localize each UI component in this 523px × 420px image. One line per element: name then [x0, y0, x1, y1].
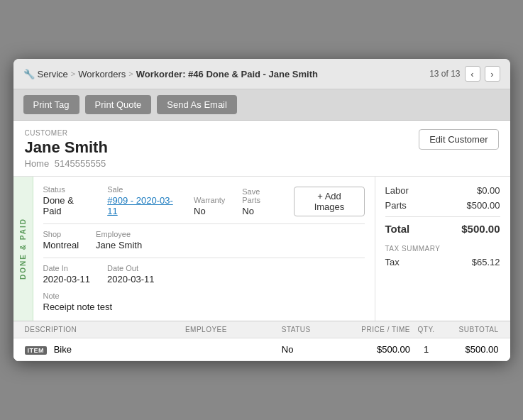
status-value: Done & Paid [43, 195, 91, 216]
labor-label: Labor [385, 185, 409, 196]
status-col: Status Done & Paid [43, 185, 91, 216]
breadcrumb: 🔧 Service > Workorders > Workorder: #46 … [23, 69, 318, 79]
parts-label: Parts [385, 200, 407, 211]
shop-col: Shop Montreal [43, 230, 79, 250]
sale-value[interactable]: #909 - 2020-03-11 [107, 195, 177, 216]
row-qty: 1 [410, 344, 442, 355]
edit-customer-button[interactable]: Edit Customer [419, 129, 498, 150]
nav-controls: 13 of 13 ‹ › [429, 66, 500, 82]
phone-number: 5145555555 [55, 158, 106, 169]
wrench-icon: 🔧 [23, 69, 35, 79]
note-label: Note [43, 292, 365, 300]
save-parts-col: Save Parts No [242, 187, 277, 216]
table-row: ITEM Bike No $500.00 1 $500.00 [13, 338, 510, 361]
breadcrumb-current: Workorder: #46 Done & Paid - Jane Smith [136, 69, 318, 79]
row-description: ITEM Bike [25, 344, 185, 355]
toolbar: Print Tag Print Quote Send As Email [13, 89, 510, 121]
warranty-label: Warranty [194, 196, 225, 204]
date-out-label: Date Out [107, 264, 155, 272]
print-quote-button[interactable]: Print Quote [85, 95, 152, 114]
send-as-email-button[interactable]: Send As Email [157, 95, 237, 114]
col-header-description: DESCRIPTION [25, 326, 185, 333]
workorder-row-1: Status Done & Paid Sale #909 - 2020-03-1… [43, 185, 365, 216]
breadcrumb-sep1: > [71, 70, 75, 78]
save-parts-value: No [242, 206, 277, 216]
main-body: DONE & PAID Status Done & Paid Sale #909… [13, 177, 510, 321]
table-section: DESCRIPTION EMPLOYEE STATUS PRICE / TIME… [13, 321, 510, 361]
titlebar: 🔧 Service > Workorders > Workorder: #46 … [13, 59, 510, 89]
date-in-label: Date In [43, 264, 91, 272]
col-header-subtotal: SUBTOTAL [442, 326, 498, 333]
shop-value: Montreal [43, 240, 79, 250]
customer-name: Jane Smith [25, 138, 109, 157]
main-window: 🔧 Service > Workorders > Workorder: #46 … [13, 59, 510, 361]
employee-col: Employee Jane Smith [96, 230, 142, 250]
item-badge: ITEM [25, 346, 48, 355]
labor-value: $0.00 [477, 185, 500, 196]
date-out-value: 2020-03-11 [107, 274, 155, 284]
print-tag-button[interactable]: Print Tag [23, 95, 79, 114]
customer-section: CUSTOMER Jane Smith Home 5145555555 Edit… [13, 121, 510, 177]
save-parts-label: Save Parts [242, 187, 277, 204]
warranty-col: Warranty No [194, 196, 225, 216]
parts-row: Parts $500.00 [385, 200, 500, 211]
done-paid-bar: DONE & PAID [13, 177, 33, 321]
status-label: Status [43, 185, 91, 194]
tax-value: $65.12 [472, 257, 500, 267]
phone-type-label: Home [25, 158, 50, 169]
parts-value: $500.00 [467, 200, 500, 211]
total-row: Total $500.00 [385, 223, 500, 235]
total-value: $500.00 [461, 223, 500, 235]
tax-row: Tax $65.12 [385, 257, 500, 267]
content-area: CUSTOMER Jane Smith Home 5145555555 Edit… [13, 121, 510, 361]
item-name: Bike [54, 344, 72, 355]
done-paid-label: DONE & PAID [19, 218, 27, 280]
date-out-col: Date Out 2020-03-11 [107, 264, 155, 284]
breadcrumb-service[interactable]: Service [38, 69, 68, 79]
breadcrumb-workorders[interactable]: Workorders [78, 69, 126, 79]
employee-value: Jane Smith [96, 240, 142, 250]
labor-row: Labor $0.00 [385, 185, 500, 196]
right-panel: Labor $0.00 Parts $500.00 Total $500.00 … [375, 177, 510, 321]
next-button[interactable]: › [485, 66, 500, 82]
customer-phone: Home 5145555555 [25, 158, 109, 169]
shop-label: Shop [43, 230, 79, 238]
warranty-value: No [194, 206, 225, 216]
total-label: Total [385, 223, 410, 235]
employee-label: Employee [96, 230, 142, 238]
divider-2 [43, 258, 365, 258]
row-price: $500.00 [346, 344, 410, 355]
left-panel: DONE & PAID Status Done & Paid Sale #909… [13, 177, 375, 321]
col-header-status: STATUS [282, 326, 346, 333]
divider-1 [43, 223, 365, 224]
row-subtotal: $500.00 [442, 344, 498, 355]
customer-label: CUSTOMER [25, 129, 109, 137]
sale-col: Sale #909 - 2020-03-11 [107, 185, 177, 216]
workorder-row-3: Date In 2020-03-11 Date Out 2020-03-11 [43, 264, 365, 284]
note-value: Receipt note test [43, 302, 365, 312]
date-in-col: Date In 2020-03-11 [43, 264, 91, 284]
tax-label: Tax [385, 257, 400, 267]
note-row: Note Receipt note test [43, 292, 365, 312]
add-images-button[interactable]: + Add Images [294, 187, 364, 216]
sale-label: Sale [107, 185, 177, 194]
customer-info: CUSTOMER Jane Smith Home 5145555555 [25, 129, 109, 169]
table-header: DESCRIPTION EMPLOYEE STATUS PRICE / TIME… [13, 321, 510, 338]
workorder-details: Status Done & Paid Sale #909 - 2020-03-1… [13, 177, 375, 321]
tax-summary-label: TAX SUMMARY [385, 245, 500, 253]
breadcrumb-sep2: > [128, 70, 133, 78]
pagination-label: 13 of 13 [429, 69, 460, 79]
prev-button[interactable]: ‹ [465, 66, 480, 82]
workorder-row-2: Shop Montreal Employee Jane Smith [43, 230, 365, 250]
col-header-employee: EMPLOYEE [185, 326, 282, 333]
summary-divider [385, 216, 500, 217]
col-header-price: PRICE / TIME [346, 326, 410, 333]
row-status: No [282, 344, 346, 355]
col-header-qty: QTY. [410, 326, 442, 333]
date-in-value: 2020-03-11 [43, 274, 91, 284]
